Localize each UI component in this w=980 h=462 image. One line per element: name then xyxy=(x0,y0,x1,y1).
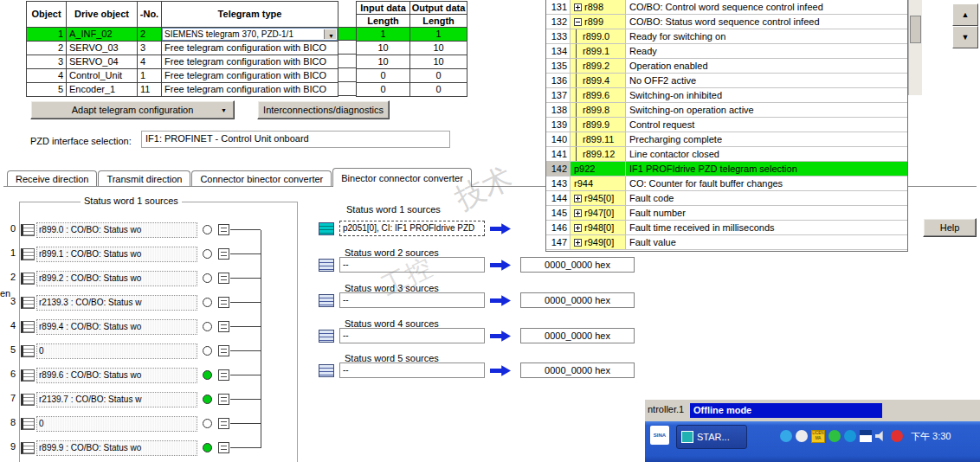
param-name[interactable]: r899.2 xyxy=(571,59,626,74)
help-button[interactable]: Help xyxy=(923,218,977,237)
param-name[interactable]: r899.1 xyxy=(571,44,626,59)
starter-taskbar-button[interactable]: STAR... xyxy=(676,425,747,449)
param-row[interactable]: 140 r899.11 Precharging complete xyxy=(546,132,907,147)
license-manager-icon[interactable]: LICENMA xyxy=(811,430,825,443)
interconnections-diagnostics-button[interactable]: Interconnections/diagnostics xyxy=(257,100,390,119)
param-name[interactable]: r899.12 xyxy=(571,147,626,162)
cell-input-length[interactable]: 10 xyxy=(357,55,410,69)
status-word-3-field[interactable]: -- xyxy=(339,292,485,308)
cell-output-length[interactable]: 1 xyxy=(410,28,467,42)
taskbar-clock[interactable]: 下午 3:30 xyxy=(911,430,951,443)
cell-telegram-type[interactable]: Free telegram configuration with BICO xyxy=(162,83,338,97)
cell-drive-object[interactable]: Encoder_1 xyxy=(67,83,138,97)
param-name[interactable]: r899 xyxy=(571,15,626,29)
param-name[interactable]: r899.8 xyxy=(571,103,626,118)
param-row[interactable]: 137 r899.6 Switching-on inhibited xyxy=(546,88,907,103)
param-name[interactable]: r899.9 xyxy=(571,118,626,132)
source-field[interactable]: r899.6 : CO/BO: Status wo xyxy=(36,368,197,383)
cell-input-length[interactable]: 1 xyxy=(357,28,410,42)
alert-icon[interactable] xyxy=(891,430,903,442)
cell-no[interactable]: 3 xyxy=(138,42,162,55)
source-field[interactable]: r899.4 : CO/BO: Status wo xyxy=(36,319,197,335)
cell-object[interactable]: 4 xyxy=(27,69,67,83)
source-field[interactable]: r899.0 : CO/BO: Status wo xyxy=(36,222,197,238)
param-row[interactable]: 145 r947[0] Fault number xyxy=(546,206,907,221)
scrollbar-thumb[interactable] xyxy=(910,16,921,43)
cell-drive-object[interactable]: Control_Unit xyxy=(67,69,138,83)
param-name[interactable]: r949[0] xyxy=(571,235,626,250)
param-name[interactable]: r899.4 xyxy=(571,74,626,88)
cell-drive-object[interactable]: SERVO_03 xyxy=(67,42,138,55)
cell-no[interactable]: 4 xyxy=(138,55,162,69)
param-row[interactable]: 147 r949[0] Fault value xyxy=(546,235,907,250)
source-field[interactable]: r2139.3 : CO/BO: Status w xyxy=(36,295,197,311)
param-row[interactable]: 132 r899 CO/BO: Status word sequence con… xyxy=(546,15,907,29)
cell-telegram-type[interactable]: Free telegram configuration with BICO xyxy=(162,55,338,69)
param-row[interactable]: 143 r944 CO: Counter for fault buffer ch… xyxy=(546,176,907,191)
cell-object[interactable]: 1 xyxy=(27,28,67,42)
param-row[interactable]: 146 r948[0] Fault time received in milli… xyxy=(546,221,907,235)
scroll-down-button[interactable] xyxy=(952,26,978,48)
expand-icon[interactable] xyxy=(574,239,582,247)
param-name[interactable]: r898 xyxy=(571,0,626,15)
cell-object[interactable]: 5 xyxy=(27,83,67,97)
tab-transmit-direction[interactable]: Transmit direction xyxy=(98,170,190,187)
cell-output-length[interactable]: 10 xyxy=(410,55,467,69)
param-name[interactable]: r899.0 xyxy=(571,29,626,44)
collapse-icon[interactable] xyxy=(574,18,582,26)
cell-drive-object[interactable]: A_INF_02 xyxy=(67,28,138,42)
cell-telegram-type[interactable]: Free telegram configuration with BICO xyxy=(162,69,338,83)
adapt-telegram-configuration-button[interactable]: Adapt telegram configuration xyxy=(30,100,235,119)
scroll-up-button[interactable] xyxy=(952,3,978,26)
cell-output-length[interactable]: 0 xyxy=(410,69,467,83)
cell-telegram-type[interactable]: Free telegram configuration with BICO xyxy=(162,42,338,55)
source-field[interactable]: r899.2 : CO/BO: Status wo xyxy=(36,271,197,286)
messenger-icon[interactable] xyxy=(780,430,792,442)
antivirus-icon[interactable] xyxy=(828,430,841,442)
param-name[interactable]: r948[0] xyxy=(571,221,626,235)
cell-telegram-type[interactable]: SIEMENS telegram 370, PZD-1/1 xyxy=(162,28,338,42)
param-name[interactable]: r899.6 xyxy=(571,88,626,103)
pzd-interface-field[interactable]: IF1: PROFINET - Control Unit onboard xyxy=(141,131,450,148)
cell-object[interactable]: 2 xyxy=(27,42,67,55)
network-icon[interactable] xyxy=(844,430,856,442)
status-word-1-field[interactable]: p2051[0], CI: IF1 PROFIdrive PZD xyxy=(339,221,485,236)
cell-no[interactable]: 11 xyxy=(138,83,162,97)
param-name[interactable]: r945[0] xyxy=(571,191,626,206)
tab-binector-connector-converter[interactable]: Binector connector converter xyxy=(332,168,472,187)
expand-icon[interactable] xyxy=(574,3,582,11)
cell-no[interactable]: 2 xyxy=(138,28,162,42)
signal-strength-icon[interactable] xyxy=(860,430,872,442)
cell-input-length[interactable]: 0 xyxy=(357,83,410,97)
param-name[interactable]: r899.11 xyxy=(571,132,626,147)
tab-connector-binector-converter[interactable]: Connector binector converter xyxy=(191,170,332,187)
quicklaunch-sinamics-icon[interactable]: SINA xyxy=(650,426,669,445)
param-row[interactable]: 139 r899.9 Control request xyxy=(546,118,907,132)
param-row[interactable]: 141 r899.12 Line contactor closed xyxy=(546,147,907,162)
status-word-4-field[interactable]: -- xyxy=(339,328,485,343)
telegram-type-dropdown[interactable]: SIEMENS telegram 370, PZD-1/1 xyxy=(162,28,338,41)
source-field[interactable]: r899.9 : CO/BO: Status wo xyxy=(36,440,197,456)
source-field[interactable]: r2139.7 : CO/BO: Status w xyxy=(36,392,197,407)
param-row[interactable]: 138 r899.8 Switching-on operation active xyxy=(546,103,907,118)
cell-input-length[interactable]: 0 xyxy=(357,69,410,83)
source-field[interactable]: 0 xyxy=(36,416,197,432)
param-row-selected[interactable]: 142 p922 IF1 PROFIdrive PZD telegram sel… xyxy=(546,162,907,176)
vertical-scrollbar[interactable] xyxy=(908,0,922,95)
expand-icon[interactable] xyxy=(574,209,582,217)
tab-receive-direction[interactable]: Receive direction xyxy=(7,170,97,187)
status-word-5-field[interactable]: -- xyxy=(339,363,485,378)
expand-icon[interactable] xyxy=(574,195,582,202)
param-name[interactable]: r944 xyxy=(571,176,626,191)
param-row[interactable]: 134 r899.1 Ready xyxy=(546,44,907,59)
cell-drive-object[interactable]: SERVO_04 xyxy=(67,55,138,69)
app-status-icon[interactable] xyxy=(796,430,808,442)
cell-input-length[interactable]: 10 xyxy=(357,42,410,55)
param-name[interactable]: p922 xyxy=(571,162,626,176)
param-row[interactable]: 136 r899.4 No OFF2 active xyxy=(546,74,907,88)
param-row[interactable]: 135 r899.2 Operation enabled xyxy=(546,59,907,74)
cell-output-length[interactable]: 0 xyxy=(410,83,467,97)
param-row[interactable]: 144 r945[0] Fault code xyxy=(546,191,907,206)
cell-object[interactable]: 3 xyxy=(27,55,67,69)
volume-icon[interactable] xyxy=(875,430,887,442)
